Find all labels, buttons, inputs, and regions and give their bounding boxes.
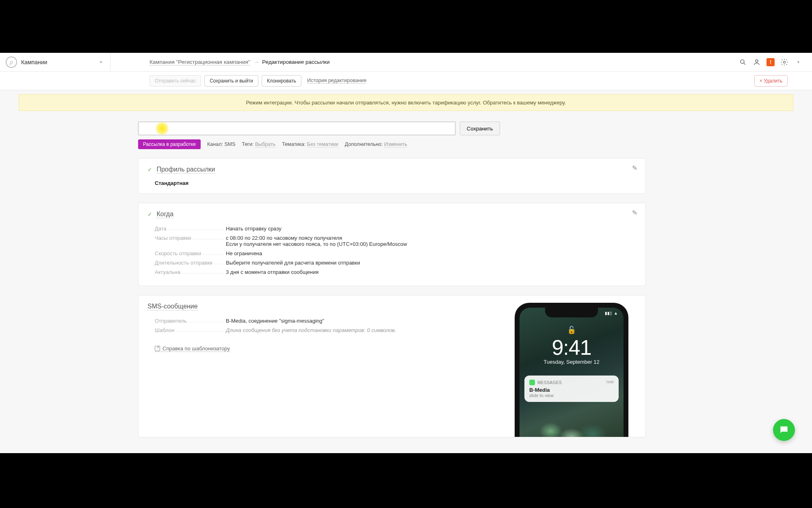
notif-subtitle: slide to view: [529, 393, 614, 398]
topic-meta: Тематика: Без тематики: [282, 141, 338, 147]
phone-time: 9:41: [520, 335, 624, 360]
when-row-date: Дата Начать отправку сразу: [155, 226, 637, 232]
when-row-actual: Актуальна 3 дня с момента отправки сообщ…: [155, 269, 637, 275]
integration-notice: Режим интеграции. Чтобы рассылки начали …: [19, 94, 793, 111]
phone-status-icons: ▮▮▯▲: [605, 311, 618, 315]
broadcast-title-input[interactable]: [138, 122, 456, 135]
sms-row-sender: Отправитель B-Media, соединение "sigma-m…: [155, 318, 494, 324]
send-now-button: Отправить сейчас: [149, 75, 201, 87]
svg-point-3: [784, 61, 786, 63]
svg-point-0: [741, 60, 744, 63]
status-badge: Рассылка в разработке: [138, 139, 201, 149]
when-row-speed: Скорость отправки Не ограничена: [155, 250, 637, 256]
sms-row-template: Шаблон Длина сообщения без учета подстан…: [155, 327, 494, 333]
breadcrumb: Кампания "Регистрационная кампания" → Ре…: [110, 59, 329, 65]
save-and-exit-button[interactable]: Сохранить и выйти: [204, 75, 258, 87]
clone-button[interactable]: Клонировать: [262, 75, 301, 87]
svg-line-1: [744, 63, 745, 65]
brand-name: Кампании: [21, 59, 93, 65]
notif-time: now: [606, 380, 614, 384]
phone-notification: MESSAGES now B-Media slide to view: [524, 376, 619, 402]
messages-app-icon: [529, 380, 535, 385]
when-row-duration: Длительность отправки Выберите получател…: [155, 260, 637, 266]
edit-history-link[interactable]: История редактирования: [307, 78, 366, 84]
phone-notch: [545, 308, 598, 317]
phone-preview: ▮▮▯▲ 🔓 9:41 Tuesday, September 12 MESSAG…: [507, 303, 637, 437]
when-card-title: Когда: [156, 211, 173, 218]
topbar: p Кампании ▾ Кампания "Регистрационная к…: [0, 53, 812, 72]
external-link-icon: [155, 346, 160, 351]
notif-app-label: MESSAGES: [537, 380, 562, 385]
breadcrumb-separator-icon: →: [253, 59, 259, 65]
topic-value-link[interactable]: Без тематики: [307, 141, 338, 148]
when-row-hours: Часы отправки с 08:00 по 22:00 по часово…: [155, 235, 637, 247]
meta-row: Рассылка в разработке Канал: SMS Теги: В…: [138, 139, 646, 149]
save-button[interactable]: Сохранить: [460, 122, 500, 135]
notif-title: B-Media: [529, 387, 614, 393]
chevron-down-icon[interactable]: ▾: [97, 57, 104, 67]
user-icon[interactable]: [753, 58, 761, 66]
profile-card: ✎ ✓ Профиль рассылки Стандартная: [138, 158, 646, 194]
chat-fab-button[interactable]: [773, 419, 795, 441]
check-icon: ✓: [147, 166, 152, 173]
when-card: ✎ ✓ Когда Дата Начать отправку сразу Час…: [138, 203, 646, 286]
phone-wallpaper: [520, 408, 624, 437]
brand-logo-icon: p: [6, 56, 17, 68]
extra-edit-link[interactable]: Изменить: [384, 141, 407, 148]
breadcrumb-parent-link[interactable]: Кампания "Регистрационная кампания": [149, 59, 250, 65]
check-icon: ✓: [147, 211, 152, 217]
brand-dropdown[interactable]: p Кампании ▾: [0, 53, 110, 71]
main-column: Сохранить Рассылка в разработке Канал: S…: [138, 122, 646, 437]
channel-meta: Канал: SMS: [207, 141, 235, 147]
search-icon[interactable]: [739, 58, 747, 66]
lock-icon: 🔓: [520, 326, 624, 334]
tags-select-link[interactable]: Выбрать: [255, 141, 275, 148]
action-bar: Отправить сейчас Сохранить и выйти Клони…: [0, 72, 812, 90]
delete-button[interactable]: × Удалить: [754, 75, 788, 87]
phone-date: Tuesday, September 12: [520, 359, 624, 365]
template-help-link[interactable]: Справка по шаблонизатору: [155, 345, 230, 352]
settings-icon[interactable]: [780, 58, 788, 66]
sms-card-title: SMS-сообщение: [147, 303, 198, 310]
notification-badge-icon[interactable]: !: [767, 58, 775, 66]
svg-point-2: [756, 60, 758, 62]
edit-icon[interactable]: ✎: [632, 164, 637, 172]
sms-card: SMS-сообщение Отправитель B-Media, соеди…: [138, 295, 646, 437]
tags-meta: Теги: Выбрать: [242, 141, 275, 147]
profile-value: Стандартная: [155, 180, 637, 186]
profile-card-title: Профиль рассылки: [156, 166, 215, 174]
edit-icon[interactable]: ✎: [632, 209, 637, 217]
chevron-down-icon[interactable]: ▾: [794, 58, 802, 66]
breadcrumb-current: Редактирование рассылки: [262, 59, 329, 65]
extra-meta: Дополнительно: Изменить: [345, 141, 407, 147]
